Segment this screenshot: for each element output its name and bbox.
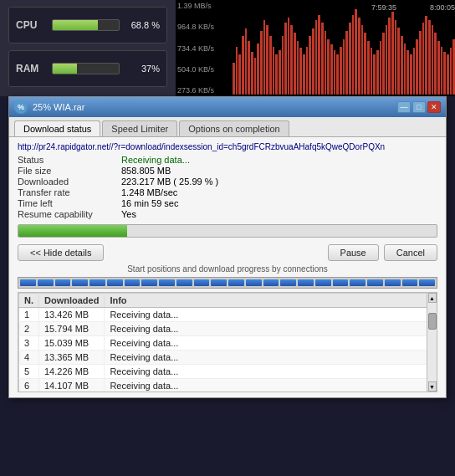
connection-segment [159,279,175,286]
transfer-rate-label: Transfer rate [18,187,118,197]
chart-bar [376,50,379,95]
cancel-button[interactable]: Cancel [384,244,437,261]
cpu-monitor: CPU 68.8 % [8,7,167,44]
download-progress-container [18,224,437,238]
ram-progress-container [52,63,120,74]
table-cell-downloaded: 13.365 MB [39,351,105,365]
speed-label-4: 504.0 KB/s [177,65,231,74]
chart-bar [254,58,257,95]
download-window: % 25% WIA.rar — □ ✕ Download status Spee… [8,96,447,398]
table-cell-info: Receiving data... [105,308,437,322]
table-cell-n: 2 [19,322,39,336]
window-controls[interactable]: — □ ✕ [397,101,441,113]
table-cell-n: 1 [19,308,39,322]
chart-bar [450,48,452,95]
chart-bar [245,28,248,95]
chart-bar [284,23,287,95]
table-cell-n: 6 [19,379,39,393]
chart-bar [260,31,263,95]
chart-bar [248,41,250,95]
cpu-progress-container [52,19,120,31]
tab-options-completion[interactable]: Options on completion [179,120,289,136]
connection-segment [315,279,331,286]
resume-value: Yes [121,209,437,219]
pause-button[interactable]: Pause [328,244,379,261]
close-button[interactable]: ✕ [427,101,441,113]
chart-bar [416,39,418,95]
status-value: Receiving data... [121,155,437,165]
chart-bar [358,18,360,95]
chart-bar [263,20,266,95]
chart-bar [238,54,241,95]
hide-details-button[interactable]: << Hide details [18,244,104,261]
window-icon: % [14,100,28,114]
scroll-up-arrow[interactable]: ▲ [428,293,437,303]
downloaded-value: 223.217 MB ( 25.99 % ) [121,177,437,187]
chart-bar [309,36,311,95]
chart-bar [303,54,305,95]
chart-bar [297,41,299,95]
connection-segment [141,279,157,286]
connection-segment [38,279,54,286]
chart-bar [395,20,397,95]
chart-bar [437,41,440,95]
table-cell-info: Receiving data... [105,351,437,365]
connection-segment [350,279,366,286]
connections-table: N. Downloaded Info 113.426 MBReceiving d… [18,293,437,392]
table-row: 113.426 MBReceiving data... [19,308,437,322]
tab-speed-limiter[interactable]: Speed Limiter [102,120,177,136]
connection-segment [89,279,105,286]
connection-segment [367,279,383,286]
chart-bar [266,25,268,95]
chart-bar [352,15,355,95]
chart-bar [380,41,382,95]
chart-bar [434,33,437,95]
chart-bar [299,48,302,95]
transfer-rate-value: 1.248 MB/sec [121,187,437,197]
scroll-down-arrow[interactable]: ▼ [428,381,437,392]
minimize-button[interactable]: — [397,101,411,113]
chart-bar [371,48,373,95]
chart-bar [290,25,293,95]
chart-bar [257,44,259,95]
ram-value: 37% [126,64,160,74]
chart-bar [386,25,388,95]
chart-bar [349,23,351,95]
chart-bar [327,39,330,95]
chart-bar [441,47,443,95]
maximize-button[interactable]: □ [412,101,426,113]
table-scrollbar[interactable]: ▲ ▼ [427,293,437,392]
connection-progress [18,277,437,289]
chart-bar [382,33,385,95]
scrollbar-thumb[interactable] [428,313,437,330]
tab-download-status[interactable]: Download status [14,120,100,136]
connection-segment [263,279,279,286]
chart-bar [321,23,324,95]
downloaded-label: Downloaded [18,177,118,187]
table-cell-info: Receiving data... [105,322,437,336]
chart-bar [273,47,275,95]
connection-segment [402,279,418,286]
chart-bar [343,39,345,95]
chart-bar [361,25,364,95]
table-cell-downloaded: 14.107 MB [39,379,105,393]
chart-bar [312,28,314,95]
ram-progress-bar [53,64,77,74]
connection-segment [211,279,227,286]
chart-bars [233,0,455,96]
chart-bar [251,52,253,95]
table-cell-downloaded: 13.426 MB [39,308,105,322]
chart-bar [275,54,278,95]
table-row: 215.794 MBReceiving data... [19,322,437,336]
table-header-row: N. Downloaded Info [19,294,437,308]
network-chart: 1.39 MB/s 964.8 KB/s 734.4 KB/s 504.0 KB… [176,0,455,96]
connection-segment [333,279,349,286]
time-left-label: Time left [18,198,118,208]
download-info-grid: Status Receiving data... File size 858.8… [18,155,437,219]
table-cell-downloaded: 14.226 MB [39,365,105,379]
hint-text: Start positions and download progress by… [18,264,437,274]
connection-segment [72,279,88,286]
download-url: http://pr24.rapidgator.net//?r=download/… [18,142,437,151]
chart-bar [340,47,342,95]
chart-bar [401,36,403,95]
